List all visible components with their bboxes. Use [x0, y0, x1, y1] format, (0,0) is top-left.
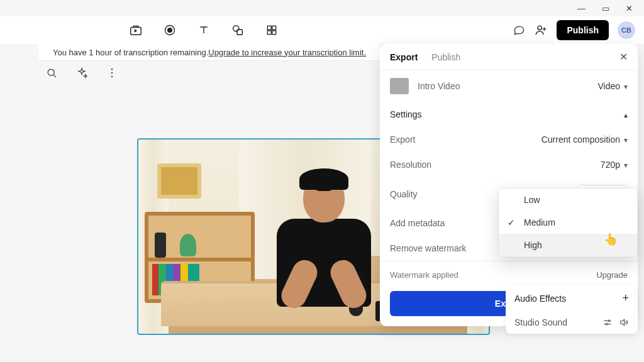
publish-button[interactable]: Publish	[557, 20, 609, 40]
avatar[interactable]: CB	[618, 21, 635, 39]
media-thumbnail	[390, 78, 409, 94]
banner-upgrade-link[interactable]: Upgrade to increase your transcription l…	[208, 48, 366, 57]
resolution-label: Resolution	[390, 160, 431, 170]
sliders-icon[interactable]	[602, 317, 613, 327]
transcription-banner: You have 1 hour of transcription remaini…	[39, 44, 380, 60]
record-icon[interactable]	[162, 23, 177, 38]
svg-rect-5	[267, 26, 271, 30]
row-watermark-applied: Watermark applied Upgrade	[380, 261, 638, 285]
audio-effects-header[interactable]: Audio Effects +	[506, 285, 638, 311]
quality-option-low[interactable]: Low	[499, 189, 637, 211]
studio-sound-row[interactable]: Studio Sound	[506, 311, 638, 334]
audio-effects-panel: Audio Effects + Studio Sound	[506, 285, 638, 334]
chevron-down-icon	[624, 81, 628, 91]
speaker-icon[interactable]	[619, 317, 629, 327]
upgrade-link[interactable]: Upgrade	[596, 270, 628, 280]
window-minimize-icon[interactable]: —	[577, 4, 586, 13]
settings-label: Settings	[390, 109, 422, 119]
shapes-icon[interactable]	[230, 23, 245, 38]
audio-effects-label: Audio Effects	[514, 293, 566, 304]
export-scope-value[interactable]: Current composition	[541, 134, 628, 145]
export-scope-label: Export	[390, 134, 415, 145]
media-row: Intro Video Video	[380, 70, 638, 102]
row-resolution[interactable]: Resolution 720p	[380, 152, 638, 177]
kebab-menu-icon[interactable]	[106, 67, 121, 82]
invite-user-icon[interactable]	[534, 23, 548, 37]
export-panel: Export Publish ✕ Intro Video Video Setti…	[380, 44, 638, 326]
comment-icon[interactable]	[513, 24, 525, 36]
banner-text: You have 1 hour of transcription remaini…	[53, 48, 208, 57]
tab-export[interactable]: Export	[390, 52, 418, 62]
search-icon[interactable]	[45, 67, 60, 82]
svg-point-13	[111, 76, 113, 78]
canvas-toolbar	[45, 67, 121, 82]
quality-option-high[interactable]: High	[499, 234, 637, 256]
window-controls: — ▭ ✕	[577, 0, 644, 16]
chevron-down-icon	[624, 160, 628, 170]
text-icon[interactable]	[196, 23, 211, 38]
quality-label: Quality	[390, 189, 418, 199]
add-metadata-label: Add metadata	[390, 218, 445, 228]
media-title: Intro Video	[418, 81, 460, 91]
settings-header[interactable]: Settings	[380, 102, 638, 127]
media-bin-icon[interactable]	[128, 23, 143, 38]
svg-point-2	[168, 28, 172, 33]
window-close-icon[interactable]: ✕	[626, 4, 633, 13]
tab-publish[interactable]: Publish	[431, 52, 460, 62]
plus-icon[interactable]: +	[622, 292, 629, 305]
media-type-select[interactable]: Video	[597, 81, 628, 91]
svg-point-12	[111, 72, 113, 74]
row-export-scope[interactable]: Export Current composition	[380, 127, 638, 152]
sparkle-icon[interactable]	[75, 67, 91, 82]
svg-point-3	[233, 26, 239, 31]
svg-point-10	[48, 69, 54, 75]
chevron-up-icon	[624, 109, 628, 119]
quality-dropdown: Low Medium High	[498, 188, 638, 257]
svg-rect-6	[272, 26, 276, 30]
tool-strip	[128, 23, 279, 38]
svg-point-9	[538, 26, 541, 30]
resolution-value[interactable]: 720p	[601, 160, 628, 170]
topbar: Publish CB	[0, 16, 644, 44]
window-maximize-icon[interactable]: ▭	[602, 4, 609, 13]
templates-icon[interactable]	[264, 23, 279, 38]
watermark-applied-label: Watermark applied	[390, 270, 458, 280]
svg-rect-7	[267, 31, 271, 35]
export-panel-header: Export Publish ✕	[380, 44, 638, 70]
remove-watermark-label: Remove watermark	[390, 243, 466, 253]
svg-point-11	[111, 69, 113, 70]
svg-rect-8	[272, 31, 276, 35]
quality-option-medium[interactable]: Medium	[499, 211, 637, 234]
studio-sound-label: Studio Sound	[514, 317, 567, 327]
chevron-down-icon	[624, 134, 628, 145]
close-icon[interactable]: ✕	[619, 51, 628, 63]
